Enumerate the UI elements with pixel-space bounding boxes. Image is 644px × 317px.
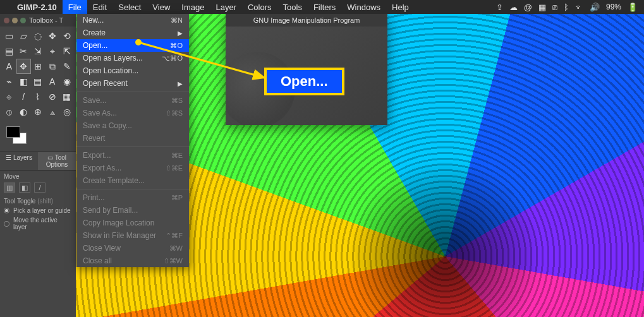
tool-26[interactable]: ◐ xyxy=(17,105,30,119)
bluetooth-icon[interactable]: ᛒ xyxy=(564,3,569,12)
tool-20[interactable]: ⟐ xyxy=(3,90,16,104)
move-label: Move xyxy=(4,173,72,180)
menu-item-save-a-copy: Save a Copy... xyxy=(76,119,189,132)
callout-label: Open... xyxy=(264,68,344,95)
opt-move-active[interactable]: Move the active layer xyxy=(4,217,72,230)
toolbox-titlebar[interactable]: Toolbox - T xyxy=(0,14,76,27)
tab-tool-options[interactable]: ▭ Tool Options xyxy=(38,152,76,170)
tool-1[interactable]: ▱ xyxy=(17,29,30,43)
swatch-fg[interactable] xyxy=(6,126,20,138)
options-icon: ▭ xyxy=(47,154,53,161)
tool-3[interactable]: ✥ xyxy=(46,29,59,43)
volume-icon[interactable]: 🔊 xyxy=(590,3,600,12)
menu-item-export: Export...⌘E xyxy=(76,149,189,162)
tool-4[interactable]: ⟲ xyxy=(60,29,73,43)
menu-image[interactable]: Image xyxy=(176,0,210,14)
tool-25[interactable]: ⦶ xyxy=(3,105,16,119)
tool-29[interactable]: ◎ xyxy=(60,105,73,119)
menu-item-create-template: Create Template... xyxy=(76,174,189,187)
move-target-row[interactable]: ▥◧/ xyxy=(4,182,72,193)
menu-separator xyxy=(76,189,189,189)
menu-item-open-location[interactable]: Open Location... xyxy=(76,64,189,77)
file-menu-dropdown: New...⌘NCreate▶Open...⌘OOpen as Layers..… xyxy=(76,14,189,267)
menu-item-open[interactable]: Open...⌘O xyxy=(76,39,189,52)
menu-item-send-by-email: Send by Email... xyxy=(76,204,189,217)
mac-menubar: GIMP-2.10 FileEditSelectViewImageLayerCo… xyxy=(0,0,644,14)
color-swatches[interactable] xyxy=(4,125,72,148)
menu-item-revert: Revert xyxy=(76,132,189,145)
tool-5[interactable]: ▤ xyxy=(3,44,16,58)
move-target-2[interactable]: / xyxy=(34,182,46,193)
tool-18[interactable]: A xyxy=(46,75,59,88)
menu-colors[interactable]: Colors xyxy=(242,0,277,14)
tool-9[interactable]: ⇱ xyxy=(60,44,73,58)
radio-icon xyxy=(4,221,9,227)
grid-icon[interactable]: ▦ xyxy=(538,3,546,12)
tool-options-panel: Move ▥◧/ Tool Toggle (shift) Pick a laye… xyxy=(0,170,76,233)
menu-help[interactable]: Help xyxy=(386,0,415,14)
toolbox-title: Toolbox - T xyxy=(29,16,63,24)
menu-item-show-in-file-manager: Show in File Manager⌃⌘F xyxy=(76,229,189,242)
battery-percent: 99% xyxy=(606,3,621,11)
menu-windows[interactable]: Windows xyxy=(341,0,386,14)
tool-2[interactable]: ◌ xyxy=(32,29,45,43)
menu-item-close-all: Close all⇧⌘W xyxy=(76,254,189,267)
menu-item-open-as-layers[interactable]: Open as Layers...⌥⌘O xyxy=(76,52,189,64)
menu-edit[interactable]: Edit xyxy=(87,0,112,14)
opt-pick-layer[interactable]: Pick a layer or guide xyxy=(4,207,72,214)
menu-item-create[interactable]: Create▶ xyxy=(76,27,189,39)
screen-icon[interactable]: ⎚ xyxy=(552,3,557,12)
tool-22[interactable]: ⌇ xyxy=(32,90,45,104)
tool-13[interactable]: ⧉ xyxy=(46,59,59,73)
tool-15[interactable]: ⌁ xyxy=(3,75,16,88)
menu-item-open-recent[interactable]: Open Recent▶ xyxy=(76,77,189,90)
tool-toggle-label: Tool Toggle (shift) xyxy=(4,198,72,205)
menu-file[interactable]: File xyxy=(63,0,87,14)
menu-filters[interactable]: Filters xyxy=(308,0,341,14)
tool-0[interactable]: ▭ xyxy=(3,29,16,43)
wifi-icon[interactable]: ᯤ xyxy=(575,3,583,12)
menu-separator xyxy=(76,147,189,147)
tool-17[interactable]: ▤ xyxy=(32,75,45,88)
move-target-0[interactable]: ▥ xyxy=(4,182,15,193)
move-target-1[interactable]: ◧ xyxy=(19,182,30,193)
tool-11[interactable]: ✥ xyxy=(17,59,30,73)
tool-16[interactable]: ◧ xyxy=(17,75,30,88)
tool-12[interactable]: ⊞ xyxy=(32,59,45,73)
tool-27[interactable]: ⊕ xyxy=(32,105,45,119)
menu-select[interactable]: Select xyxy=(112,0,147,14)
menu-item-copy-image-location: Copy Image Location xyxy=(76,217,189,229)
tool-7[interactable]: ⇲ xyxy=(32,44,45,58)
dropbox-icon[interactable]: ⇪ xyxy=(496,3,503,12)
tool-grid: ▭▱◌✥⟲▤✂⇲⌖⇱A✥⊞⧉✎⌁◧▤A◉⟐/⌇⊘▦⦶◐⊕⟁◎ xyxy=(0,27,76,121)
battery-icon: 🔋 xyxy=(628,3,638,12)
tool-6[interactable]: ✂ xyxy=(17,44,30,58)
tool-8[interactable]: ⌖ xyxy=(46,44,59,58)
menu-separator xyxy=(76,92,189,92)
gimp-toolbox: Toolbox - T ▭▱◌✥⟲▤✂⇲⌖⇱A✥⊞⧉✎⌁◧▤A◉⟐/⌇⊘▦⦶◐⊕… xyxy=(0,14,76,317)
menubar-right: ⇪☁@▦⎚ᛒᯤ🔊 99% 🔋 xyxy=(496,3,644,12)
tab-layers[interactable]: ☰ Layers xyxy=(0,152,38,170)
radio-icon xyxy=(4,208,9,213)
menu-tools[interactable]: Tools xyxy=(277,0,308,14)
at-icon[interactable]: @ xyxy=(524,3,532,12)
tool-10[interactable]: A xyxy=(3,59,16,73)
cloud-icon[interactable]: ☁ xyxy=(509,3,518,12)
tool-21[interactable]: / xyxy=(17,90,30,104)
window-traffic-lights[interactable] xyxy=(4,18,26,23)
menu-item-print: Print...⌘P xyxy=(76,191,189,204)
tool-19[interactable]: ◉ xyxy=(60,75,73,88)
menu-item-new[interactable]: New...⌘N xyxy=(76,14,189,27)
option-tabs: ☰ Layers ▭ Tool Options xyxy=(0,152,76,170)
menu-item-save-as: Save As...⇧⌘S xyxy=(76,107,189,119)
app-name[interactable]: GIMP-2.10 xyxy=(11,3,63,12)
menu-item-export-as: Export As...⇧⌘E xyxy=(76,162,189,174)
tool-24[interactable]: ▦ xyxy=(60,90,73,104)
tool-23[interactable]: ⊘ xyxy=(46,90,59,104)
menu-layer[interactable]: Layer xyxy=(210,0,242,14)
menu-item-save: Save...⌘S xyxy=(76,94,189,107)
tool-14[interactable]: ✎ xyxy=(60,59,73,73)
tool-28[interactable]: ⟁ xyxy=(46,105,59,119)
menu-view[interactable]: View xyxy=(147,0,176,14)
layers-icon: ☰ xyxy=(6,154,11,161)
